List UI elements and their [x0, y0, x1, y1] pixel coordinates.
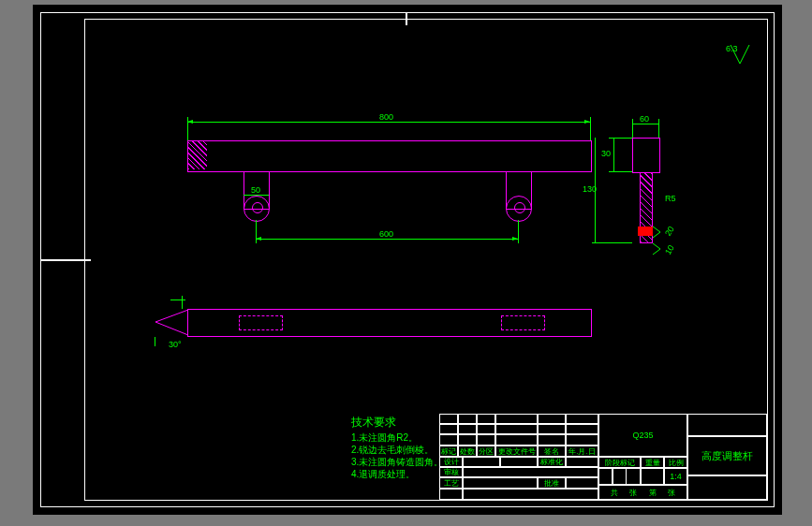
dim-line — [632, 124, 658, 124]
front-view: 800 600 50 — [187, 140, 592, 172]
tb-c2: 处数 — [458, 446, 477, 457]
tb-c — [463, 467, 598, 477]
tb-c — [463, 477, 538, 489]
dim-line — [256, 239, 518, 240]
dim-arrow — [584, 120, 590, 124]
side-view: 60 30 130 R5 20 10 — [632, 138, 660, 173]
surface-finish-value: 6.3 — [726, 44, 738, 53]
weld-symbol — [651, 225, 674, 257]
ext-line — [609, 171, 632, 172]
ext-line — [182, 296, 183, 309]
lug-hole-right — [514, 202, 525, 213]
tb-c5: 签名 — [538, 446, 566, 457]
tb-r — [439, 434, 598, 446]
tb-c — [463, 489, 598, 500]
cad-canvas: 6.3 800 600 50 — [33, 5, 782, 515]
tb-c1: 标记 — [439, 446, 458, 457]
dim-arrow — [512, 237, 518, 241]
tech-req-item: 3.未注圆角铸造圆角。 — [351, 456, 443, 468]
tb-number — [687, 414, 767, 436]
tb-c4: 更改文件号 — [495, 446, 538, 457]
front-bar — [187, 140, 592, 172]
tech-req-title: 技术要求 — [351, 416, 443, 429]
tb-c — [566, 457, 598, 467]
tb-c — [598, 468, 613, 485]
tb-part-name: 高度调整杆 — [687, 436, 767, 475]
top-bar — [187, 309, 592, 337]
tb-c — [566, 477, 598, 489]
ext-line — [518, 220, 519, 243]
hidden-lug-top-left — [239, 315, 283, 330]
tb-stdchk: 标准化 — [538, 457, 566, 467]
side-top-rect — [632, 138, 660, 173]
dim-front-top: 800 — [379, 112, 393, 122]
hidden-lug-top-right — [501, 315, 545, 330]
tb-stage: 阶段标记 — [598, 457, 641, 468]
dim-line — [170, 300, 185, 300]
ext-line — [632, 119, 633, 138]
title-block: 标记 处数 分区 更改文件号 签名 年.月.日 设计 标准化 审核 工艺 批准 … — [439, 414, 767, 500]
ext-line — [658, 119, 659, 138]
tb-design: 设计 — [439, 457, 463, 467]
dim-side-r: R5 — [665, 194, 676, 203]
frame-tick-left — [40, 259, 91, 261]
ext-line — [609, 138, 632, 139]
tb-org — [687, 475, 767, 500]
svg-line-1 — [740, 45, 749, 64]
tb-r — [439, 424, 598, 434]
dim-line — [244, 195, 269, 196]
lug-hole-left — [252, 202, 263, 213]
ext-line — [590, 117, 591, 140]
tb-c6: 年.月.日 — [566, 446, 598, 457]
tech-req-item: 4.退调质处理。 — [351, 468, 443, 480]
lug-right — [506, 171, 532, 210]
tb-approve: 批准 — [538, 477, 566, 489]
hatch-section — [188, 141, 207, 169]
dim-side-h1: 30 — [601, 149, 611, 158]
top-taper — [155, 309, 188, 335]
dim-line — [613, 138, 614, 171]
tb-check: 审核 — [439, 467, 463, 477]
frame-tick-top — [406, 12, 407, 25]
tb-c — [500, 457, 538, 467]
tb-material: Q235 — [598, 414, 687, 457]
dim-lug-span: 600 — [379, 229, 393, 239]
tech-req-item: 2.锐边去毛刺倒棱。 — [351, 444, 443, 456]
tb-process2 — [439, 489, 463, 500]
dim-angle: 30° — [169, 340, 182, 349]
technical-requirements: 技术要求 1.未注圆角R2。 2.锐边去毛刺倒棱。 3.未注圆角铸造圆角。 4.… — [351, 416, 443, 480]
dim-lug-w: 50 — [251, 185, 260, 195]
tb-c — [463, 457, 500, 467]
dim-side-top: 60 — [640, 114, 649, 124]
tb-scale-label: 比例 — [664, 457, 687, 468]
dim-arrow — [187, 120, 193, 124]
tb-c3: 分区 — [477, 446, 495, 457]
dim-side-h2: 130 — [583, 184, 597, 194]
dim-line — [187, 122, 590, 123]
tech-req-item: 1.未注圆角R2。 — [351, 431, 443, 444]
dim-arrow — [256, 237, 261, 241]
tb-c — [641, 468, 664, 485]
ext-line — [592, 242, 632, 243]
tb-weight: 重量 — [641, 457, 664, 468]
tb-c — [613, 468, 627, 485]
top-view: 30° — [187, 309, 592, 337]
tb-r — [439, 414, 598, 424]
ext-line — [155, 337, 155, 346]
tb-sheet: 共 张 第 张 — [598, 485, 687, 500]
tb-process: 工艺 — [439, 477, 463, 489]
tb-scale: 1:4 — [664, 468, 687, 485]
surface-finish-symbol: 6.3 — [726, 42, 754, 72]
